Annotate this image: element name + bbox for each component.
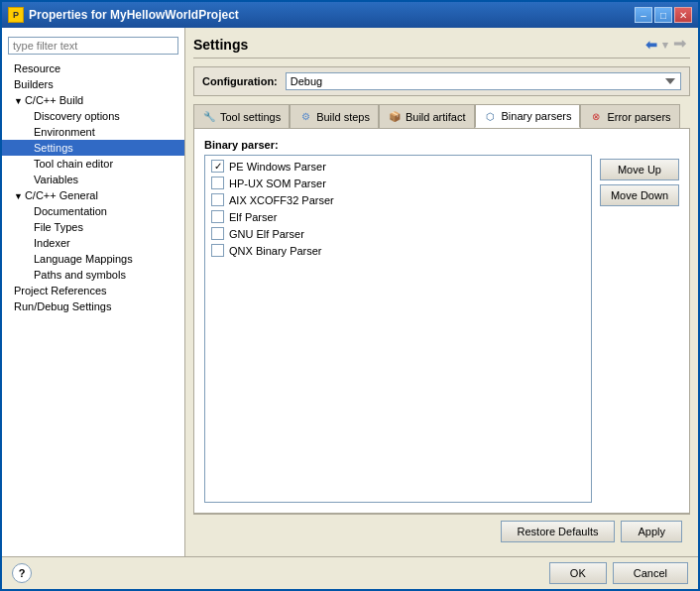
- main-panel: Settings ⬅ ▾ ⮕ Configuration: Debug 🔧 To…: [185, 28, 698, 556]
- sidebar: Resource Builders ▼C/C++ Build Discovery…: [2, 28, 185, 556]
- list-item[interactable]: ✓ PE Windows Parser: [205, 158, 591, 175]
- titlebar-left: P Properties for MyHellowWorldProject: [8, 7, 239, 23]
- sidebar-item-resource[interactable]: Resource: [2, 60, 184, 76]
- parser-name-qnx-binary: QNX Binary Parser: [229, 245, 322, 257]
- checkbox-hp-ux-som[interactable]: [211, 177, 224, 189]
- binary-parser-label: Binary parser:: [204, 139, 592, 151]
- sidebar-item-file-types[interactable]: File Types: [2, 219, 184, 235]
- collapse-arrow-cpp-build: ▼: [14, 96, 23, 106]
- bottom-bar: Restore Defaults Apply: [193, 514, 690, 548]
- filter-input[interactable]: [8, 37, 178, 55]
- content-area: Resource Builders ▼C/C++ Build Discovery…: [2, 28, 698, 556]
- nav-forward-arrow[interactable]: ⮕: [670, 36, 690, 54]
- close-button[interactable]: ✕: [674, 7, 692, 23]
- tab-error-parsers-label: Error parsers: [607, 111, 670, 123]
- parser-name-hp-ux-som: HP-UX SOM Parser: [229, 177, 326, 189]
- sidebar-item-environment[interactable]: Environment: [2, 124, 184, 140]
- tab-tool-settings-label: Tool settings: [220, 111, 281, 123]
- collapse-arrow-cpp-general: ▼: [14, 191, 23, 201]
- list-item[interactable]: Elf Parser: [205, 208, 591, 225]
- sidebar-item-paths-and-symbols[interactable]: Paths and symbols: [2, 267, 184, 283]
- minimize-button[interactable]: –: [635, 7, 652, 23]
- tab-build-steps-label: Build steps: [316, 111, 370, 123]
- binary-icon: ⬡: [484, 109, 498, 123]
- cancel-button[interactable]: Cancel: [613, 562, 688, 584]
- help-button[interactable]: ?: [12, 563, 32, 583]
- nav-separator: ▾: [662, 39, 668, 52]
- window-title: Properties for MyHellowWorldProject: [29, 8, 239, 22]
- tab-binary-parsers[interactable]: ⬡ Binary parsers: [475, 104, 581, 128]
- settings-header: Settings ⬅ ▾ ⮕: [193, 36, 690, 59]
- configuration-label: Configuration:: [202, 75, 278, 87]
- steps-icon: ⚙: [298, 110, 312, 124]
- sidebar-item-cpp-general[interactable]: ▼C/C++ General: [2, 187, 184, 203]
- titlebar-buttons: – □ ✕: [635, 7, 692, 23]
- nav-arrows: ⬅ ▾ ⮕: [642, 36, 690, 54]
- sidebar-item-cpp-build[interactable]: ▼C/C++ Build: [2, 92, 184, 108]
- ok-button[interactable]: OK: [549, 562, 607, 584]
- main-window: P Properties for MyHellowWorldProject – …: [0, 0, 700, 591]
- parser-list-container: ✓ PE Windows Parser HP-UX SOM Parser AIX…: [204, 155, 592, 503]
- tree-group: Resource Builders ▼C/C++ Build Discovery…: [2, 60, 184, 314]
- list-item[interactable]: QNX Binary Parser: [205, 242, 591, 259]
- sidebar-item-run-debug-settings[interactable]: Run/Debug Settings: [2, 298, 184, 314]
- configuration-select[interactable]: Debug: [286, 72, 681, 90]
- settings-title: Settings: [193, 37, 248, 53]
- sidebar-item-discovery-options[interactable]: Discovery options: [2, 108, 184, 124]
- sidebar-item-indexer[interactable]: Indexer: [2, 235, 184, 251]
- footer-buttons: OK Cancel: [549, 562, 688, 584]
- checkbox-pe-windows[interactable]: ✓: [211, 160, 224, 173]
- parser-name-pe-windows: PE Windows Parser: [229, 161, 326, 173]
- list-item[interactable]: HP-UX SOM Parser: [205, 175, 591, 191]
- wrench-icon: 🔧: [202, 110, 216, 124]
- error-icon: ⊗: [589, 110, 603, 124]
- artifact-icon: 📦: [388, 110, 402, 124]
- parser-buttons: Move Up Move Down: [600, 139, 679, 503]
- checkbox-qnx-binary[interactable]: [211, 244, 224, 257]
- parser-list: ✓ PE Windows Parser HP-UX SOM Parser AIX…: [205, 156, 591, 502]
- parser-name-elf-parser: Elf Parser: [229, 211, 277, 223]
- tab-build-artifact-label: Build artifact: [406, 111, 466, 123]
- tabs-bar: 🔧 Tool settings ⚙ Build steps 📦 Build ar…: [193, 104, 690, 128]
- checkbox-gnu-elf[interactable]: [211, 227, 224, 240]
- sidebar-item-project-references[interactable]: Project References: [2, 283, 184, 298]
- list-item[interactable]: AIX XCOFF32 Parser: [205, 191, 591, 208]
- tab-binary-parsers-label: Binary parsers: [502, 110, 572, 122]
- footer: ? OK Cancel: [2, 556, 698, 589]
- tab-build-artifact[interactable]: 📦 Build artifact: [379, 104, 475, 128]
- sidebar-item-variables[interactable]: Variables: [2, 172, 184, 187]
- sidebar-item-builders[interactable]: Builders: [2, 76, 184, 92]
- move-down-button[interactable]: Move Down: [600, 184, 679, 206]
- tab-tool-settings[interactable]: 🔧 Tool settings: [193, 104, 290, 128]
- parser-name-gnu-elf: GNU Elf Parser: [229, 228, 304, 240]
- maximize-button[interactable]: □: [654, 7, 672, 23]
- tab-build-steps[interactable]: ⚙ Build steps: [290, 104, 379, 128]
- sidebar-item-settings[interactable]: Settings: [2, 140, 184, 156]
- sidebar-item-tool-chain-editor[interactable]: Tool chain editor: [2, 156, 184, 172]
- titlebar: P Properties for MyHellowWorldProject – …: [2, 2, 698, 28]
- tab-error-parsers[interactable]: ⊗ Error parsers: [580, 104, 679, 128]
- checkbox-elf-parser[interactable]: [211, 210, 224, 223]
- apply-button[interactable]: Apply: [621, 521, 682, 542]
- restore-defaults-button[interactable]: Restore Defaults: [501, 521, 616, 542]
- move-up-button[interactable]: Move Up: [600, 159, 679, 180]
- parser-name-aix-xcoff32: AIX XCOFF32 Parser: [229, 194, 334, 206]
- checkbox-aix-xcoff32[interactable]: [211, 193, 224, 206]
- sidebar-item-documentation[interactable]: Documentation: [2, 203, 184, 219]
- configuration-row: Configuration: Debug: [193, 66, 690, 96]
- nav-back-arrow[interactable]: ⬅: [642, 36, 660, 54]
- parser-section: Binary parser: ✓ PE Windows Parser HP-UX…: [204, 139, 592, 503]
- list-item[interactable]: GNU Elf Parser: [205, 225, 591, 242]
- tab-content: Binary parser: ✓ PE Windows Parser HP-UX…: [193, 128, 690, 514]
- sidebar-item-language-mappings[interactable]: Language Mappings: [2, 251, 184, 267]
- window-icon: P: [8, 7, 24, 23]
